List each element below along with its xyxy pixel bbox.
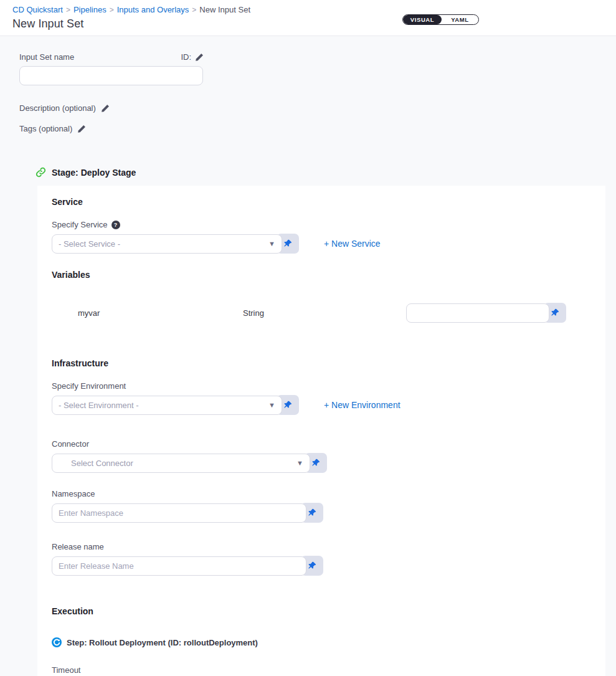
stage-inputs-card: Service Specify Service ? - Select Servi… bbox=[37, 186, 605, 676]
variable-name: myvar bbox=[78, 308, 243, 318]
connector-select-placeholder: Select Connector bbox=[59, 459, 133, 468]
rollout-step-icon bbox=[52, 637, 62, 647]
specify-environment-label: Specify Environment bbox=[52, 381, 126, 391]
namespace-label: Namespace bbox=[52, 489, 95, 498]
step-header: Step: Rollout Deployment (ID: rolloutDep… bbox=[52, 637, 591, 647]
namespace-field[interactable] bbox=[52, 503, 306, 523]
stage-title: Stage: Deploy Stage bbox=[52, 168, 136, 178]
chevron-down-icon: ▼ bbox=[296, 459, 303, 467]
page-title: New Input Set bbox=[12, 17, 604, 31]
breadcrumb-separator: > bbox=[110, 6, 114, 14]
input-set-name-field[interactable] bbox=[19, 66, 203, 85]
stage-link-icon bbox=[36, 167, 46, 178]
input-set-form: Input Set name ID: Description (optional… bbox=[0, 52, 616, 133]
breadcrumb-current: New Input Set bbox=[199, 5, 250, 14]
id-label: ID: bbox=[181, 52, 191, 62]
breadcrumb-inputs-overlays[interactable]: Inputs and Overlays bbox=[117, 5, 189, 14]
edit-id-icon[interactable] bbox=[195, 53, 204, 62]
environment-select-placeholder: - Select Environment - bbox=[59, 401, 139, 410]
help-icon[interactable]: ? bbox=[111, 221, 120, 229]
variable-row: myvar String bbox=[52, 303, 591, 323]
visual-yaml-toggle[interactable]: VISUAL YAML bbox=[402, 14, 479, 25]
description-label: Description (optional) bbox=[19, 103, 96, 113]
chevron-down-icon: ▼ bbox=[268, 401, 275, 409]
breadcrumb-separator: > bbox=[192, 6, 196, 14]
execution-heading: Execution bbox=[52, 606, 591, 616]
release-name-label: Release name bbox=[52, 542, 104, 551]
breadcrumb-pipelines[interactable]: Pipelines bbox=[73, 5, 107, 14]
breadcrumb: CD Quickstart>Pipelines>Inputs and Overl… bbox=[12, 4, 604, 16]
variable-type: String bbox=[243, 308, 264, 318]
page-header: CD Quickstart>Pipelines>Inputs and Overl… bbox=[0, 0, 616, 36]
breadcrumb-separator: > bbox=[66, 6, 70, 14]
step-title: Step: Rollout Deployment (ID: rolloutDep… bbox=[67, 638, 258, 647]
toggle-visual[interactable]: VISUAL bbox=[403, 15, 442, 24]
service-heading: Service bbox=[52, 197, 591, 207]
specify-service-label: Specify Service bbox=[52, 220, 108, 229]
timeout-label: Timeout bbox=[52, 665, 80, 675]
new-service-link[interactable]: + New Service bbox=[324, 239, 381, 249]
connector-label: Connector bbox=[52, 439, 89, 449]
variables-heading: Variables bbox=[52, 270, 591, 280]
toggle-yaml[interactable]: YAML bbox=[442, 15, 478, 24]
service-select[interactable]: - Select Service - ▼ bbox=[52, 234, 282, 254]
variable-value-field[interactable] bbox=[406, 303, 549, 323]
edit-tags-icon[interactable] bbox=[77, 125, 86, 133]
chevron-down-icon: ▼ bbox=[268, 240, 275, 247]
connector-select[interactable]: Select Connector ▼ bbox=[52, 454, 310, 473]
environment-select[interactable]: - Select Environment - ▼ bbox=[52, 396, 282, 415]
release-name-field[interactable] bbox=[52, 556, 306, 576]
service-select-placeholder: - Select Service - bbox=[59, 239, 120, 249]
tags-label: Tags (optional) bbox=[19, 124, 72, 133]
infrastructure-heading: Infrastructure bbox=[52, 358, 591, 368]
input-set-name-label: Input Set name bbox=[19, 52, 74, 62]
edit-description-icon[interactable] bbox=[101, 104, 110, 113]
breadcrumb-cd-quickstart[interactable]: CD Quickstart bbox=[12, 5, 63, 14]
stage-header: Stage: Deploy Stage bbox=[36, 167, 616, 178]
new-environment-link[interactable]: + New Environment bbox=[324, 400, 400, 410]
main-content: Input Set name ID: Description (optional… bbox=[0, 36, 616, 676]
